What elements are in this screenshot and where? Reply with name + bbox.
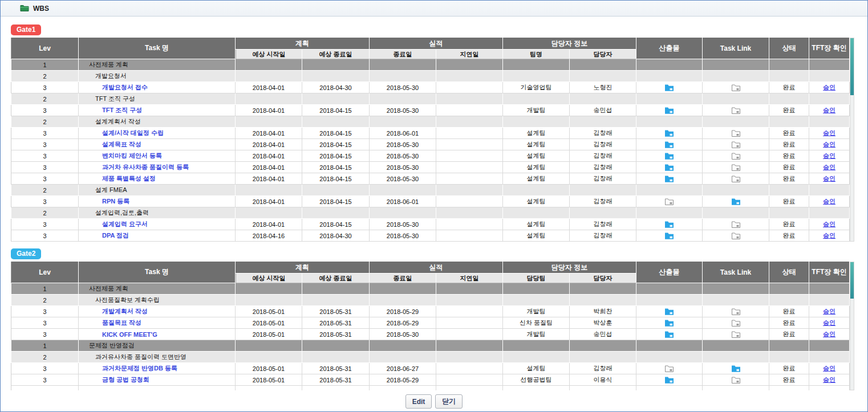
task-link[interactable]: 설계/시작 대일정 수립: [102, 129, 164, 136]
status-cell: 완료: [769, 105, 809, 116]
table-row: 2설계계획서 작성: [11, 116, 850, 128]
plan-start-cell: [236, 340, 302, 352]
task-link[interactable]: 설계입력 요구서: [102, 221, 148, 227]
approve-link[interactable]: 승인: [823, 141, 835, 148]
scrollbar-thumb[interactable]: [850, 38, 854, 95]
task-link[interactable]: RPN 등록: [102, 198, 129, 205]
task-link-folder-icon[interactable]: [731, 319, 741, 327]
approve-link[interactable]: 승인: [823, 365, 835, 372]
tft-confirm-cell: [809, 185, 850, 196]
task-link-cell: [703, 219, 769, 230]
output-folder-icon[interactable]: [664, 308, 674, 316]
owner-cell: 김창래: [570, 173, 636, 185]
plan-start-cell: 2018-04-01: [236, 128, 302, 139]
tft-confirm-cell: 승인: [809, 82, 850, 93]
task-link[interactable]: 과거차 유사차종 품질이력 등록: [102, 164, 189, 170]
tft-confirm-cell: [809, 386, 850, 390]
output-folder-icon[interactable]: [664, 221, 674, 229]
task-link-folder-icon[interactable]: [731, 308, 741, 316]
task-link[interactable]: 개발요청서 접수: [102, 84, 148, 91]
approve-link[interactable]: 승인: [823, 221, 835, 227]
task-link-folder-icon[interactable]: [731, 198, 741, 206]
task-link-folder-icon[interactable]: [731, 129, 741, 137]
table-row: 3설계입력 요구서2018-04-012018-04-152018-05-30설…: [11, 219, 850, 230]
output-folder-icon[interactable]: [664, 232, 674, 240]
approve-link[interactable]: 승인: [823, 376, 835, 383]
approve-link[interactable]: 승인: [823, 319, 835, 326]
owner-cell: [570, 93, 636, 105]
end-date-cell: [370, 352, 436, 363]
col-header-plan-end: 예상 종료일: [302, 274, 370, 283]
edit-button[interactable]: Edit: [405, 394, 432, 409]
approve-link[interactable]: 승인: [823, 84, 835, 91]
task-link-folder-icon[interactable]: [731, 376, 741, 384]
task-link-folder-icon[interactable]: [731, 141, 741, 149]
team-cell: 기술영업팀: [503, 82, 570, 93]
task-link-folder-icon[interactable]: [731, 152, 741, 160]
approve-link[interactable]: 승인: [823, 331, 835, 337]
owner-cell: 노형진: [570, 82, 636, 93]
task-link-cell: [703, 207, 769, 219]
plan-end-cell: 2018-05-31: [302, 374, 370, 386]
output-folder-icon[interactable]: [664, 331, 674, 338]
output-folder-icon[interactable]: [664, 141, 674, 149]
approve-link[interactable]: 승인: [823, 308, 835, 315]
approve-link[interactable]: 승인: [823, 129, 835, 136]
task-link-folder-icon[interactable]: [731, 175, 741, 183]
task-link-folder-icon[interactable]: [731, 221, 741, 229]
task-link[interactable]: 벤치마킹 제안서 등록: [102, 152, 162, 159]
table-row: 3DPA 점검2018-04-162018-04-302018-05-30설계팀…: [11, 230, 850, 242]
tft-confirm-cell: 승인: [809, 105, 850, 116]
vertical-scrollbar[interactable]: [850, 38, 854, 242]
task-link[interactable]: DPA 점검: [102, 232, 129, 239]
output-folder-icon[interactable]: [664, 164, 674, 172]
output-folder-icon[interactable]: [664, 129, 674, 137]
output-folder-icon[interactable]: [664, 84, 674, 92]
output-folder-icon[interactable]: [664, 152, 674, 160]
scrollbar-thumb[interactable]: [850, 262, 854, 299]
end-date-cell: 2018-05-29: [370, 374, 436, 386]
task-link[interactable]: 금형 공법 공청회: [102, 376, 149, 383]
task-link[interactable]: TFT 조직 구성: [102, 107, 142, 113]
end-date-cell: 2018-06-01: [370, 128, 436, 139]
end-date-cell: 2018-05-29: [370, 306, 436, 317]
close-button[interactable]: 닫기: [435, 394, 463, 409]
output-folder-icon[interactable]: [664, 319, 674, 327]
output-folder-icon[interactable]: [664, 376, 674, 384]
task-link[interactable]: 개발계획서 작성: [102, 308, 148, 315]
output-folder-icon[interactable]: [664, 365, 674, 373]
task-cell: TFT 조직 구성: [79, 105, 236, 116]
lev-cell: 3: [11, 363, 79, 374]
task-link[interactable]: 과거차문제점 반영DB 등록: [102, 365, 177, 372]
team-cell: [503, 340, 570, 352]
output-folder-icon[interactable]: [664, 198, 674, 206]
output-cell: [636, 306, 703, 317]
task-link-folder-icon[interactable]: [731, 107, 741, 115]
delay-cell: [436, 162, 503, 173]
status-cell: [769, 386, 809, 390]
status-cell: 완료: [769, 128, 809, 139]
approve-link[interactable]: 승인: [823, 175, 835, 182]
task-link[interactable]: 품질목표 작성: [102, 319, 141, 326]
approve-link[interactable]: 승인: [823, 107, 835, 113]
approve-link[interactable]: 승인: [823, 232, 835, 239]
task-link[interactable]: 제품 특별특성 설정: [102, 175, 156, 182]
vertical-scrollbar[interactable]: [850, 262, 854, 390]
task-link-folder-icon[interactable]: [731, 365, 741, 373]
output-cell: [636, 363, 703, 374]
team-cell: 설계팀: [503, 128, 570, 139]
output-folder-icon[interactable]: [664, 175, 674, 183]
task-link-folder-icon[interactable]: [731, 164, 741, 172]
approve-link[interactable]: 승인: [823, 164, 835, 170]
delay-cell: [436, 139, 503, 150]
output-folder-icon[interactable]: [664, 107, 674, 115]
task-link-folder-icon[interactable]: [731, 331, 741, 338]
task-cell: 금형 공법 공청회: [79, 374, 236, 386]
approve-link[interactable]: 승인: [823, 198, 835, 205]
task-link[interactable]: 설계목표 작성: [102, 141, 141, 148]
task-link-folder-icon[interactable]: [731, 232, 741, 240]
task-link[interactable]: KICK OFF MEET'G: [102, 331, 157, 338]
task-link-folder-icon[interactable]: [731, 84, 741, 92]
owner-cell: [570, 116, 636, 128]
approve-link[interactable]: 승인: [823, 152, 835, 159]
